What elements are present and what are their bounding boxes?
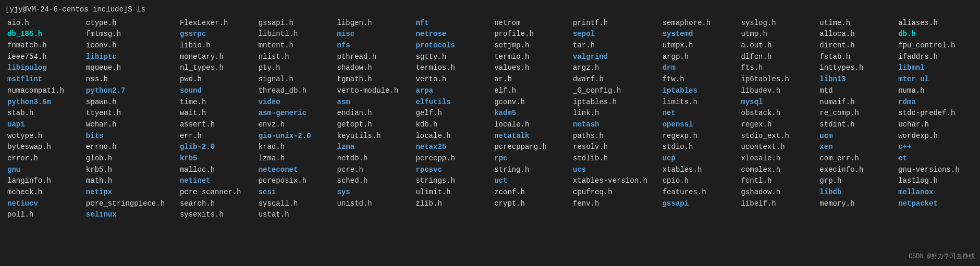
watermark: CSDN @努力学习去挣钱 (909, 252, 975, 262)
list-item: kadm5 (492, 108, 571, 119)
list-item: utmpx.h (660, 40, 739, 52)
list-item: gssapi.h (256, 18, 335, 29)
list-item: numa.h (896, 85, 975, 97)
list-item: krb5 (178, 153, 256, 164)
list-item: verto.h (413, 74, 492, 85)
list-item: numacompat1.h (5, 85, 84, 97)
list-item: video (256, 97, 335, 108)
list-item: locale.h (413, 131, 492, 142)
list-item: lzma (335, 142, 414, 153)
list-item: pthread.h (335, 52, 414, 63)
list-item: protocols (413, 40, 492, 52)
list-item: sgtty.h (413, 52, 492, 63)
list-item: glob.h (84, 153, 178, 164)
list-item: arpa (413, 85, 492, 97)
list-item: syscall.h (256, 198, 335, 210)
list-item: resolv.h (571, 142, 660, 153)
list-item: nfs (335, 40, 414, 52)
list-item: pcrecpp.h (413, 153, 492, 164)
list-item: link.h (571, 108, 660, 119)
list-item: aliases.h (896, 18, 975, 29)
list-item: paths.h (571, 131, 660, 142)
list-item: stdint.h (817, 119, 896, 131)
list-item: sys (335, 187, 414, 198)
list-item: obstack.h (739, 108, 818, 119)
list-item: sepol (571, 29, 660, 40)
list-item: signal.h (256, 74, 335, 85)
list-item: netipx (84, 187, 178, 198)
list-item: printf.h (571, 18, 660, 29)
list-item: stdlib.h (571, 153, 660, 164)
list-item: openssl (660, 119, 739, 131)
list-item: complex.h (739, 164, 818, 176)
list-item: pwd.h (178, 74, 256, 85)
list-item: selinux (84, 209, 178, 221)
list-item: pcre_scanner.h (178, 187, 256, 198)
list-item: wctype.h (5, 131, 84, 142)
list-item: kdb.h (413, 119, 492, 131)
list-item: fcntl.h (739, 175, 818, 187)
list-item: netdb.h (335, 153, 414, 164)
list-item: _G_config.h (571, 85, 660, 97)
list-item: db_185.h (5, 29, 84, 40)
list-item: unistd.h (335, 198, 414, 210)
list-item: netrose (413, 29, 492, 40)
list-item: libio.h (178, 40, 256, 52)
file-listing: aio.hctype.hFlexLexer.hgssapi.hlibgen.hm… (5, 18, 975, 221)
list-item: mcheck.h (5, 187, 84, 198)
list-item: iconv.h (84, 40, 178, 52)
list-item: ucs (571, 164, 660, 176)
list-item: mft (413, 18, 492, 29)
list-item: errno.h (84, 142, 178, 153)
list-item: sysexits.h (178, 209, 256, 221)
list-item: drm (660, 62, 739, 74)
list-item: time.h (178, 97, 256, 108)
list-item: elf.h (492, 85, 571, 97)
list-item: uchar.h (896, 119, 975, 131)
list-item: mntent.h (256, 40, 335, 52)
list-item: python2.7 (84, 85, 178, 97)
list-item: pcreposix.h (256, 175, 335, 187)
list-item: inttypes.h (817, 62, 896, 74)
list-item: cpufreq.h (571, 187, 660, 198)
list-item: asm (335, 97, 414, 108)
list-item: wordexp.h (896, 131, 975, 142)
list-item: mellanox (896, 187, 975, 198)
list-item: malloc.h (178, 164, 256, 176)
list-item: syslog.h (739, 18, 818, 29)
list-item: ieee754.h (5, 52, 84, 63)
list-item: sched.h (335, 175, 414, 187)
list-item: ifaddrs.h (896, 52, 975, 63)
list-item: netatalk (492, 131, 571, 142)
list-item: keyutils.h (335, 131, 414, 142)
list-item: python3.6m (5, 97, 84, 108)
list-item: netrom (492, 18, 571, 29)
list-item: libipulog (5, 62, 84, 74)
list-item: fpu_control.h (896, 40, 975, 52)
terminal: [yjy@VM-24-6-centos include]$ ls aio.hct… (5, 4, 975, 221)
list-item: numaif.h (817, 97, 896, 108)
list-item: gconv.h (492, 97, 571, 108)
list-item: regex.h (739, 119, 818, 131)
list-item: setjmp.h (492, 40, 571, 52)
list-item: netpacket (896, 198, 975, 210)
list-item: assert.h (178, 119, 256, 131)
list-item: poll.h (5, 209, 84, 221)
list-item: termio.h (492, 52, 571, 63)
list-item: ucp (660, 153, 739, 164)
list-item: aio.h (5, 18, 84, 29)
list-item: xlocale.h (739, 153, 818, 164)
list-item: pcre_stringpiece.h (84, 198, 178, 210)
list-item: langinfo.h (5, 175, 84, 187)
prompt-line: [yjy@VM-24-6-centos include]$ ls (5, 4, 975, 16)
list-item: lastlog.h (896, 175, 975, 187)
list-item: gssrpc (178, 29, 256, 40)
list-item: semaphore.h (660, 18, 739, 29)
list-item: err.h (178, 131, 256, 142)
list-item: com_err.h (817, 153, 896, 164)
list-item: grp.h (817, 175, 896, 187)
list-item: thread_db.h (256, 85, 335, 97)
list-item: mstflint (5, 74, 84, 85)
list-item: libudev.h (739, 85, 818, 97)
list-item: xen (817, 142, 896, 153)
